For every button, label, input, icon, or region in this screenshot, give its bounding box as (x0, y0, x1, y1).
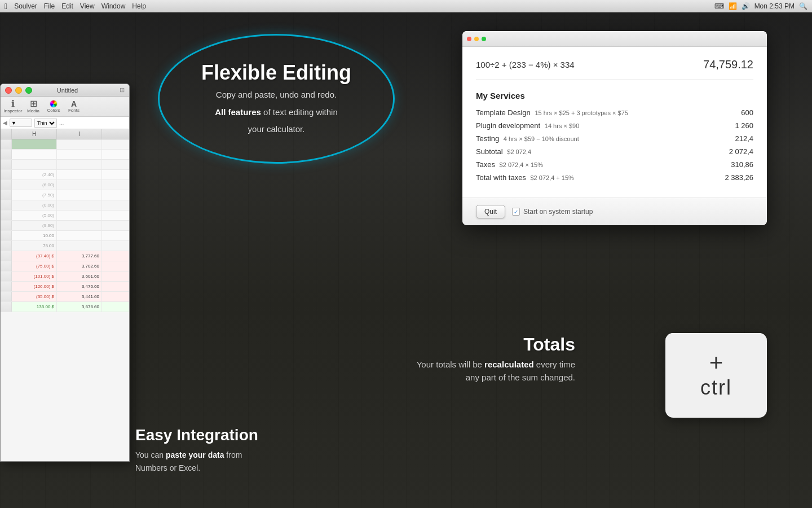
grid-cell-h[interactable]: (5.00) (12, 211, 57, 220)
grid-cell-h[interactable]: (7.50) (12, 190, 57, 200)
grid-cell-h[interactable] (12, 160, 57, 169)
grid-cell-i[interactable] (57, 221, 102, 230)
oval-content: Flexible Editing Copy and paste, undo an… (158, 34, 395, 164)
grid-cell-i[interactable]: 3,702.60 (57, 261, 102, 271)
fonts-button[interactable]: A Fonts (65, 99, 83, 115)
row-number (1, 271, 12, 281)
window-title: Untitled (19, 87, 116, 94)
row-number (1, 292, 12, 301)
calc-sub-5: $2 072,4 × 15% (500, 161, 543, 168)
colors-button[interactable]: Colors (45, 99, 63, 115)
grid-cell-h[interactable]: (0.00) (12, 200, 57, 210)
menubar-right: ⌨ 📶 🔊 Mon 2:53 PM 🔍 (714, 2, 807, 10)
grid-cell-i[interactable] (57, 200, 102, 210)
calc-close[interactable] (467, 37, 471, 41)
feature-title: Flexible Editing (201, 62, 351, 84)
grid-cell-h[interactable]: (75.00) $ (12, 261, 57, 271)
row-number (1, 150, 12, 159)
menubar-edit[interactable]: Edit (61, 2, 73, 10)
grid-cell-i[interactable]: 3,676.60 (57, 302, 102, 312)
table-row: (6.00) (1, 180, 129, 190)
cell-prev-icon[interactable]: ◀ (3, 120, 7, 126)
calc-label-1: Template Design 15 hrs × $25 + 3 prototy… (476, 108, 708, 117)
row-number (1, 211, 12, 220)
col-header-h: H (12, 129, 57, 139)
menubar-app[interactable]: Soulver (14, 2, 37, 10)
table-row: (0.00) (1, 200, 129, 211)
oval-container: Flexible Editing Copy and paste, undo an… (158, 34, 395, 164)
menubar-window[interactable]: Window (102, 2, 126, 10)
grid-cell-i[interactable] (57, 231, 102, 240)
grid-cell-h[interactable]: (9.90) (12, 221, 57, 230)
grid-cell-i[interactable] (57, 211, 102, 220)
grid-cell-h[interactable]: 10.00 (12, 231, 57, 240)
grid-cell-h[interactable]: 135.00 $ (12, 302, 57, 312)
grid-cell-i[interactable] (57, 150, 102, 159)
inspector-button[interactable]: ℹ Inspector (4, 99, 22, 115)
grid-cell-i[interactable] (57, 139, 102, 149)
row-number (1, 251, 12, 261)
grid-cell-i[interactable]: 3,601.60 (57, 271, 102, 281)
calc-value-6: 2 383,26 (708, 173, 753, 182)
calc-line-6: Total with taxes $2 072,4 + 15% 2 383,26 (476, 173, 753, 182)
startup-checkbox-row[interactable]: ✓ Start on system startup (512, 208, 593, 216)
startup-checkbox[interactable]: ✓ (512, 208, 520, 216)
grid-cell-i[interactable] (57, 160, 102, 169)
ellipsis-button[interactable]: ... (59, 120, 64, 126)
calc-maximize[interactable] (482, 37, 486, 41)
grid-cell-h[interactable]: (35.00) $ (12, 292, 57, 301)
grid-body: (2.40) (6.00) (7.50) (0.00) (1, 139, 129, 312)
calc-value-2: 1 260 (708, 121, 753, 130)
wifi-icon: 📶 (729, 2, 737, 10)
calc-line-1: Template Design 15 hrs × $25 + 3 prototy… (476, 108, 753, 117)
grid-cell-i[interactable] (57, 170, 102, 179)
cell-reference[interactable]: ▼ (10, 119, 32, 127)
quit-button[interactable]: Quit (476, 205, 505, 218)
table-row (1, 139, 129, 150)
grid-cell-h[interactable] (12, 150, 57, 159)
grid-cell-h[interactable]: (97.40) $ (12, 251, 57, 261)
table-row: (2.40) (1, 170, 129, 180)
calc-line-5: Taxes $2 072,4 × 15% 310,86 (476, 160, 753, 169)
feature-desc-3: your calculator. (248, 123, 305, 136)
grid-cell-i[interactable] (57, 241, 102, 251)
media-button[interactable]: ⊞ Media (24, 99, 42, 115)
table-row: (126.00) $ 3,476.60 (1, 282, 129, 292)
grid-cell-h[interactable]: (101.00) $ (12, 271, 57, 281)
formula-bar: ◀ ▼ Thin ... (1, 117, 129, 129)
grid-cell-i[interactable] (57, 180, 102, 190)
grid-cell-i[interactable]: 3,441.60 (57, 292, 102, 301)
calc-line-4: Subtotal $2 072,4 2 072,4 (476, 147, 753, 156)
spreadsheet-window: Untitled ⊞ ℹ Inspector ⊞ Media Colors A … (0, 84, 130, 462)
grid-cell-h[interactable]: (126.00) $ (12, 282, 57, 291)
menubar-view[interactable]: View (80, 2, 95, 10)
media-icon: ⊞ (30, 99, 37, 108)
inspector-toolbar: ℹ Inspector ⊞ Media Colors A Fonts (1, 97, 129, 117)
color-wheel-icon (50, 100, 58, 108)
startup-label: Start on system startup (523, 208, 593, 216)
close-button[interactable] (5, 87, 12, 94)
grid-cell-h[interactable] (12, 139, 57, 149)
menubar-file[interactable]: File (44, 2, 55, 10)
apple-menu[interactable]:  (5, 2, 7, 11)
calc-line-3: Testing 4 hrs × $59 − 10% discount 212,4 (476, 134, 753, 143)
menubar:  Soulver File Edit View Window Help ⌨ 📶… (0, 0, 812, 12)
totals-title: Totals (271, 334, 575, 355)
calc-header (462, 31, 767, 47)
grid-cell-i[interactable]: 3,476.60 (57, 282, 102, 291)
grid-cell-h[interactable]: (2.40) (12, 170, 57, 179)
menubar-help[interactable]: Help (132, 2, 146, 10)
calc-value-1: 600 (708, 108, 753, 117)
style-dropdown[interactable]: Thin (34, 119, 57, 128)
spreadsheet-grid: H I (1, 129, 129, 448)
grid-cell-h[interactable]: (6.00) (12, 180, 57, 190)
calc-line-2: Plugin development 14 hrs × $90 1 260 (476, 121, 753, 130)
grid-cell-i[interactable]: 3,777.60 (57, 251, 102, 261)
search-icon[interactable]: 🔍 (799, 2, 807, 10)
row-number (1, 190, 12, 200)
window-collapse-icon[interactable]: ⊞ (120, 86, 125, 94)
grid-cell-i[interactable] (57, 190, 102, 200)
calc-minimize[interactable] (474, 37, 479, 41)
grid-cell-h[interactable]: 75.00 (12, 241, 57, 251)
row-number (1, 302, 12, 312)
